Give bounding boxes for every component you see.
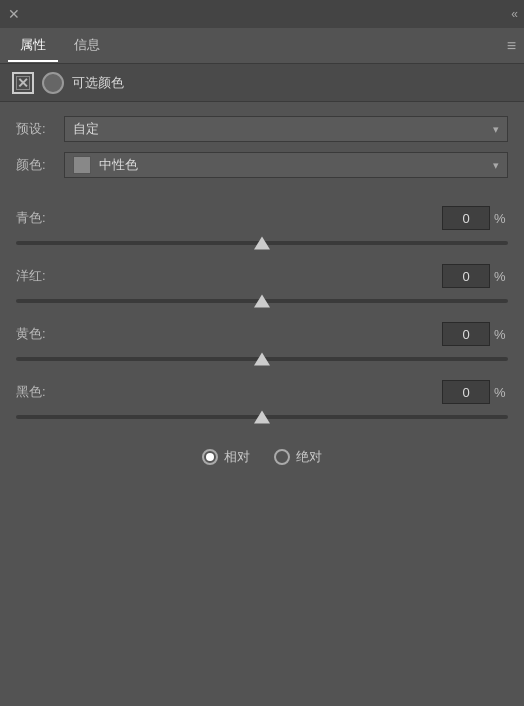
yellow-label: 黄色: xyxy=(16,325,52,343)
yellow-thumb[interactable] xyxy=(254,353,270,366)
black-slider-section: 黑色: 0 % xyxy=(16,380,508,428)
black-track xyxy=(16,415,508,419)
tab-info[interactable]: 信息 xyxy=(62,30,112,62)
magenta-percent: % xyxy=(494,269,508,284)
radio-relative-inner xyxy=(206,453,214,461)
magenta-thumb[interactable] xyxy=(254,295,270,308)
cyan-value[interactable]: 0 xyxy=(442,206,490,230)
cyan-thumb[interactable] xyxy=(254,237,270,250)
magenta-slider-row: 洋红: 0 % xyxy=(16,264,508,288)
magenta-track-container[interactable] xyxy=(16,290,508,312)
radio-relative[interactable]: 相对 xyxy=(202,448,250,466)
preset-chevron-icon: ▾ xyxy=(493,123,499,136)
radio-relative-label: 相对 xyxy=(224,448,250,466)
color-row: 颜色: 中性色 ▾ xyxy=(16,152,508,178)
black-slider-row: 黑色: 0 % xyxy=(16,380,508,404)
preset-dropdown[interactable]: 自定 ▾ xyxy=(64,116,508,142)
magenta-slider-section: 洋红: 0 % xyxy=(16,264,508,312)
yellow-percent: % xyxy=(494,327,508,342)
cyan-label: 青色: xyxy=(16,209,52,227)
circle-icon xyxy=(42,72,64,94)
black-percent: % xyxy=(494,385,508,400)
radio-absolute-outer xyxy=(274,449,290,465)
panel: ✕ « 属性 信息 ≡ ✕ 可选颜色 预设: 自定 ▾ xyxy=(0,0,524,706)
top-bar: ✕ « xyxy=(0,0,524,28)
yellow-slider-row: 黄色: 0 % xyxy=(16,322,508,346)
yellow-track-container[interactable] xyxy=(16,348,508,370)
black-track-container[interactable] xyxy=(16,406,508,428)
cyan-slider-row: 青色: 0 % xyxy=(16,206,508,230)
tabs: 属性 信息 xyxy=(8,30,112,62)
yellow-value[interactable]: 0 xyxy=(442,322,490,346)
preset-row: 预设: 自定 ▾ xyxy=(16,116,508,142)
black-label: 黑色: xyxy=(16,383,52,401)
radio-absolute-label: 绝对 xyxy=(296,448,322,466)
preset-value: 自定 xyxy=(73,120,99,138)
yellow-slider-section: 黄色: 0 % xyxy=(16,322,508,370)
cyan-track-container[interactable] xyxy=(16,232,508,254)
select-color-x-icon: ✕ xyxy=(12,72,34,94)
magenta-value[interactable]: 0 xyxy=(442,264,490,288)
preset-label: 预设: xyxy=(16,120,56,138)
radio-row: 相对 绝对 xyxy=(16,448,508,466)
color-swatch xyxy=(73,156,91,174)
tab-properties[interactable]: 属性 xyxy=(8,30,58,62)
radio-relative-outer xyxy=(202,449,218,465)
menu-icon[interactable]: ≡ xyxy=(507,37,516,55)
cyan-slider-section: 青色: 0 % xyxy=(16,206,508,254)
black-thumb[interactable] xyxy=(254,411,270,424)
cyan-percent: % xyxy=(494,211,508,226)
radio-absolute[interactable]: 绝对 xyxy=(274,448,322,466)
magenta-label: 洋红: xyxy=(16,267,52,285)
color-label: 颜色: xyxy=(16,156,56,174)
cyan-track xyxy=(16,241,508,245)
color-dropdown[interactable]: 中性色 ▾ xyxy=(64,152,508,178)
tab-bar: 属性 信息 ≡ xyxy=(0,28,524,64)
color-chevron-icon: ▾ xyxy=(493,159,499,172)
panel-header: ✕ 可选颜色 xyxy=(0,64,524,102)
yellow-track xyxy=(16,357,508,361)
close-icon[interactable]: ✕ xyxy=(8,6,20,22)
color-value: 中性色 xyxy=(99,156,138,174)
collapse-icon[interactable]: « xyxy=(511,7,516,21)
black-value[interactable]: 0 xyxy=(442,380,490,404)
magenta-track xyxy=(16,299,508,303)
panel-title: 可选颜色 xyxy=(72,74,124,92)
content: 预设: 自定 ▾ 颜色: 中性色 ▾ 青色: 0 xyxy=(0,102,524,706)
